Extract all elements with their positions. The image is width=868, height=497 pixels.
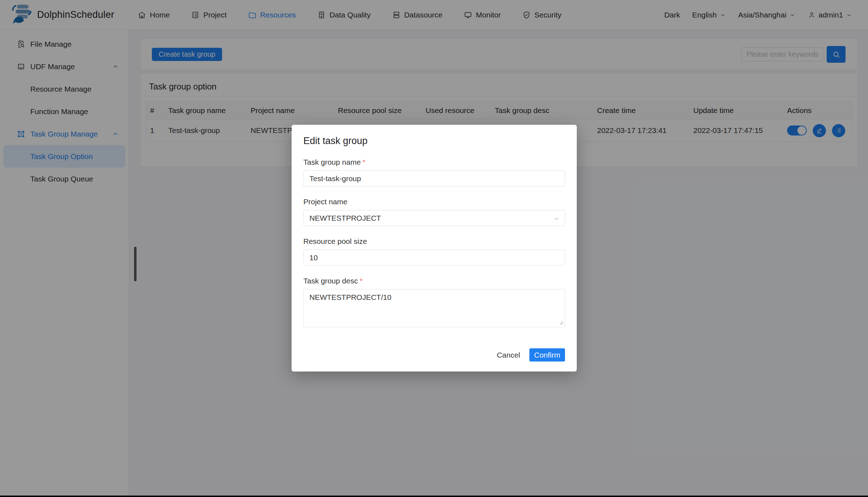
- task-group-desc-textarea[interactable]: NEWTESTPROJECT/10: [303, 289, 565, 327]
- edit-task-group-modal: Edit task group Task group name* Project…: [292, 125, 577, 372]
- chevron-down-icon: [553, 215, 560, 222]
- confirm-button[interactable]: Confirm: [529, 348, 565, 362]
- resize-grip-icon[interactable]: [558, 319, 564, 325]
- required-mark: *: [360, 277, 363, 285]
- task-group-name-input[interactable]: [303, 170, 565, 186]
- modal-footer: Cancel Confirm: [303, 348, 565, 362]
- project-name-select[interactable]: NEWTESTPROJECT: [303, 210, 565, 226]
- field-task-group-name: Task group name*: [303, 158, 565, 186]
- resource-pool-size-label: Resource pool size: [303, 237, 565, 245]
- project-name-label: Project name: [303, 198, 565, 206]
- window-bottom-edge: [0, 496, 868, 497]
- cancel-button[interactable]: Cancel: [495, 349, 522, 362]
- required-mark: *: [363, 158, 365, 166]
- resource-pool-size-input[interactable]: [303, 250, 565, 266]
- app-root: DolphinScheduler Home Project Resources …: [0, 0, 868, 496]
- task-group-name-label: Task group name: [303, 158, 361, 166]
- field-task-group-desc: Task group desc* NEWTESTPROJECT/10: [303, 277, 565, 327]
- modal-title: Edit task group: [303, 135, 565, 147]
- field-resource-pool-size: Resource pool size: [303, 237, 565, 266]
- field-project-name: Project name NEWTESTPROJECT: [303, 198, 565, 226]
- project-name-value: NEWTESTPROJECT: [309, 214, 381, 222]
- task-group-desc-label: Task group desc: [303, 277, 358, 285]
